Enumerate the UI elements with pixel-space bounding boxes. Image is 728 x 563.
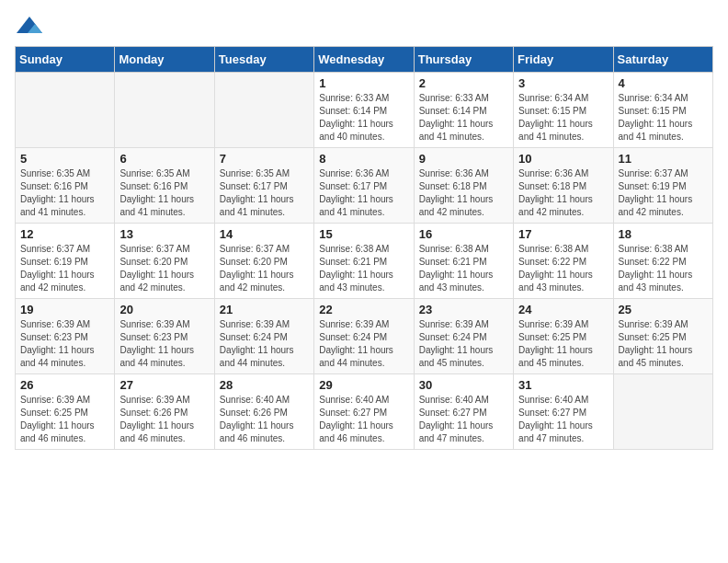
day-info: Sunrise: 6:39 AM Sunset: 6:23 PM Dayligh…: [20, 318, 109, 370]
calendar-header-row: SundayMondayTuesdayWednesdayThursdayFrid…: [16, 47, 713, 73]
calendar-cell: 1Sunrise: 6:33 AM Sunset: 6:14 PM Daylig…: [314, 73, 414, 148]
calendar-cell: 17Sunrise: 6:38 AM Sunset: 6:22 PM Dayli…: [514, 224, 613, 299]
day-number: 29: [319, 378, 408, 392]
calendar-cell: 23Sunrise: 6:39 AM Sunset: 6:24 PM Dayli…: [414, 299, 513, 374]
day-info: Sunrise: 6:40 AM Sunset: 6:27 PM Dayligh…: [419, 394, 508, 445]
calendar-cell: 13Sunrise: 6:37 AM Sunset: 6:20 PM Dayli…: [115, 224, 214, 299]
calendar-week-4: 19Sunrise: 6:39 AM Sunset: 6:23 PM Dayli…: [16, 299, 713, 374]
day-number: 11: [619, 152, 708, 166]
calendar-cell: 31Sunrise: 6:40 AM Sunset: 6:27 PM Dayli…: [514, 374, 613, 450]
day-info: Sunrise: 6:38 AM Sunset: 6:22 PM Dayligh…: [518, 243, 608, 294]
day-number: 10: [518, 152, 608, 166]
calendar-cell: 8Sunrise: 6:36 AM Sunset: 6:17 PM Daylig…: [314, 148, 414, 224]
day-number: 14: [220, 227, 309, 241]
calendar-cell: 22Sunrise: 6:39 AM Sunset: 6:24 PM Dayli…: [314, 299, 414, 374]
calendar-cell: 27Sunrise: 6:39 AM Sunset: 6:26 PM Dayli…: [115, 374, 214, 450]
calendar-cell: [16, 73, 115, 148]
calendar-cell: 16Sunrise: 6:38 AM Sunset: 6:21 PM Dayli…: [414, 224, 513, 299]
day-number: 27: [119, 378, 209, 392]
day-info: Sunrise: 6:39 AM Sunset: 6:24 PM Dayligh…: [220, 318, 309, 370]
day-number: 3: [518, 76, 608, 90]
day-info: Sunrise: 6:37 AM Sunset: 6:20 PM Dayligh…: [119, 243, 209, 294]
day-info: Sunrise: 6:37 AM Sunset: 6:20 PM Dayligh…: [220, 243, 309, 294]
header-monday: Monday: [115, 47, 214, 73]
day-number: 22: [319, 303, 408, 316]
day-number: 5: [20, 152, 109, 166]
day-number: 28: [220, 378, 309, 392]
day-info: Sunrise: 6:37 AM Sunset: 6:19 PM Dayligh…: [20, 243, 109, 294]
day-number: 16: [419, 227, 508, 241]
calendar-cell: 25Sunrise: 6:39 AM Sunset: 6:25 PM Dayli…: [613, 299, 712, 374]
calendar-cell: 24Sunrise: 6:39 AM Sunset: 6:25 PM Dayli…: [514, 299, 613, 374]
day-number: 25: [619, 303, 708, 316]
day-info: Sunrise: 6:36 AM Sunset: 6:18 PM Dayligh…: [419, 167, 508, 219]
calendar-week-2: 5Sunrise: 6:35 AM Sunset: 6:16 PM Daylig…: [16, 148, 713, 224]
day-info: Sunrise: 6:39 AM Sunset: 6:23 PM Dayligh…: [119, 318, 209, 370]
day-number: 7: [220, 152, 309, 166]
day-info: Sunrise: 6:36 AM Sunset: 6:18 PM Dayligh…: [518, 167, 608, 219]
day-info: Sunrise: 6:34 AM Sunset: 6:15 PM Dayligh…: [619, 92, 708, 144]
day-number: 31: [518, 378, 608, 392]
day-number: 13: [119, 227, 209, 241]
day-number: 8: [319, 152, 408, 166]
page-header: [15, 15, 713, 39]
day-number: 9: [419, 152, 508, 166]
day-info: Sunrise: 6:39 AM Sunset: 6:24 PM Dayligh…: [419, 318, 508, 370]
header-tuesday: Tuesday: [214, 47, 313, 73]
calendar-cell: 7Sunrise: 6:35 AM Sunset: 6:17 PM Daylig…: [214, 148, 313, 224]
calendar-cell: 14Sunrise: 6:37 AM Sunset: 6:20 PM Dayli…: [214, 224, 313, 299]
day-number: 6: [119, 152, 209, 166]
header-wednesday: Wednesday: [314, 47, 414, 73]
day-info: Sunrise: 6:40 AM Sunset: 6:27 PM Dayligh…: [518, 394, 608, 445]
day-info: Sunrise: 6:33 AM Sunset: 6:14 PM Dayligh…: [419, 92, 508, 144]
calendar-cell: [613, 374, 712, 450]
day-number: 26: [20, 378, 109, 392]
calendar-cell: 20Sunrise: 6:39 AM Sunset: 6:23 PM Dayli…: [115, 299, 214, 374]
day-info: Sunrise: 6:38 AM Sunset: 6:22 PM Dayligh…: [619, 243, 708, 294]
calendar-cell: 5Sunrise: 6:35 AM Sunset: 6:16 PM Daylig…: [16, 148, 115, 224]
calendar-cell: 2Sunrise: 6:33 AM Sunset: 6:14 PM Daylig…: [414, 73, 513, 148]
day-info: Sunrise: 6:39 AM Sunset: 6:25 PM Dayligh…: [20, 394, 109, 445]
calendar-cell: 12Sunrise: 6:37 AM Sunset: 6:19 PM Dayli…: [16, 224, 115, 299]
day-number: 12: [20, 227, 109, 241]
day-number: 19: [20, 303, 109, 316]
calendar-week-5: 26Sunrise: 6:39 AM Sunset: 6:25 PM Dayli…: [16, 374, 713, 450]
logo: [15, 15, 48, 39]
day-info: Sunrise: 6:38 AM Sunset: 6:21 PM Dayligh…: [319, 243, 408, 294]
day-info: Sunrise: 6:40 AM Sunset: 6:26 PM Dayligh…: [220, 394, 309, 445]
calendar-week-3: 12Sunrise: 6:37 AM Sunset: 6:19 PM Dayli…: [16, 224, 713, 299]
calendar-cell: [115, 73, 214, 148]
day-number: 18: [619, 227, 708, 241]
calendar-cell: 10Sunrise: 6:36 AM Sunset: 6:18 PM Dayli…: [514, 148, 613, 224]
calendar-cell: 29Sunrise: 6:40 AM Sunset: 6:27 PM Dayli…: [314, 374, 414, 450]
header-sunday: Sunday: [16, 47, 115, 73]
header-friday: Friday: [514, 47, 613, 73]
day-info: Sunrise: 6:39 AM Sunset: 6:26 PM Dayligh…: [119, 394, 209, 445]
day-number: 20: [119, 303, 209, 316]
day-info: Sunrise: 6:35 AM Sunset: 6:16 PM Dayligh…: [119, 167, 209, 219]
day-info: Sunrise: 6:40 AM Sunset: 6:27 PM Dayligh…: [319, 394, 408, 445]
day-info: Sunrise: 6:39 AM Sunset: 6:24 PM Dayligh…: [319, 318, 408, 370]
day-info: Sunrise: 6:39 AM Sunset: 6:25 PM Dayligh…: [619, 318, 708, 370]
day-number: 2: [419, 76, 508, 90]
calendar-cell: 4Sunrise: 6:34 AM Sunset: 6:15 PM Daylig…: [613, 73, 712, 148]
day-info: Sunrise: 6:33 AM Sunset: 6:14 PM Dayligh…: [319, 92, 408, 144]
calendar-cell: 9Sunrise: 6:36 AM Sunset: 6:18 PM Daylig…: [414, 148, 513, 224]
day-number: 30: [419, 378, 508, 392]
day-number: 1: [319, 76, 408, 90]
day-info: Sunrise: 6:37 AM Sunset: 6:19 PM Dayligh…: [619, 167, 708, 219]
logo-icon: [15, 15, 44, 39]
day-number: 15: [319, 227, 408, 241]
header-thursday: Thursday: [414, 47, 513, 73]
day-info: Sunrise: 6:38 AM Sunset: 6:21 PM Dayligh…: [419, 243, 508, 294]
calendar-cell: 11Sunrise: 6:37 AM Sunset: 6:19 PM Dayli…: [613, 148, 712, 224]
calendar-cell: 21Sunrise: 6:39 AM Sunset: 6:24 PM Dayli…: [214, 299, 313, 374]
day-info: Sunrise: 6:35 AM Sunset: 6:16 PM Dayligh…: [20, 167, 109, 219]
calendar-cell: 26Sunrise: 6:39 AM Sunset: 6:25 PM Dayli…: [16, 374, 115, 450]
calendar-cell: 30Sunrise: 6:40 AM Sunset: 6:27 PM Dayli…: [414, 374, 513, 450]
day-number: 24: [518, 303, 608, 316]
day-info: Sunrise: 6:34 AM Sunset: 6:15 PM Dayligh…: [518, 92, 608, 144]
day-number: 17: [518, 227, 608, 241]
day-info: Sunrise: 6:35 AM Sunset: 6:17 PM Dayligh…: [220, 167, 309, 219]
day-number: 23: [419, 303, 508, 316]
